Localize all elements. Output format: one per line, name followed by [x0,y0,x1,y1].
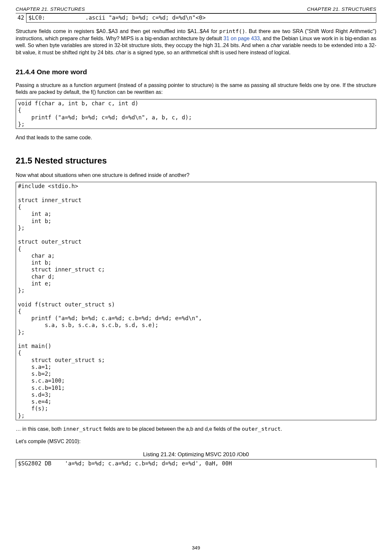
code-continuation-row: 42 $LC0: .ascii "a=%d; b=%d; c=%d; d=%d\… [16,13,376,22]
listing-caption: Listing 21.24: Optimizing MSVC 2010 /Ob0 [16,451,376,459]
italic-char: char [116,50,126,55]
text: … in this case, both [16,426,63,432]
page-number: 349 [0,545,392,551]
inline-code-outer-struct: outer_struct [242,426,281,432]
text: . [281,426,282,432]
header-left: CHAPTER 21. STRUCTURES [16,6,85,12]
xref-link[interactable]: 31 on page 433 [223,36,260,41]
leads-paragraph: And that leads to the same code. [16,134,376,141]
tail-paragraph-1: … in this case, both inner_struct fields… [16,425,376,433]
page: CHAPTER 21. STRUCTURES CHAPTER 21. STRUC… [0,0,392,555]
header-right: CHAPTER 21. STRUCTURES [307,6,376,12]
text: fields are to be placed between the a,b … [102,426,242,432]
text: is a signed type, so an arithmetical shi… [126,50,290,55]
tail-paragraph-2: Let's compile (MSVC 2010): [16,438,376,445]
running-header: CHAPTER 21. STRUCTURES CHAPTER 21. STRUC… [16,6,376,13]
intro-paragraph: Structure fields come in registers $A0..… [16,28,376,56]
section-paragraph: Now what about situations when one struc… [16,172,376,179]
text: Structure fields come in registers $A0..… [16,28,219,34]
code-block-msvc-listing: $SG2802 DB 'a=%d; b=%d; c.a=%d; c.b=%d; … [16,459,376,468]
subsection-paragraph: Passing a structure as a function argume… [16,82,376,96]
line-number: 42 [16,13,26,22]
subsection-heading: 21.4.4 One more word [16,67,376,77]
section-heading: 21.5 Nested structures [16,155,376,166]
italic-char: char [79,36,90,41]
code-block-asm-label: $LC0: .ascii "a=%d; b=%d; c=%d; d=%d\n"<… [26,13,376,22]
italic-char: char [271,43,281,48]
code-block-c-func: void f(char a, int b, char c, int d) { p… [16,99,376,129]
inline-code-printf: printf() [219,28,245,34]
inline-code-inner-struct: inner_struct [63,426,102,432]
text: fields. Why? MIPS is a big-endian archit… [90,36,223,41]
code-block-nested-structs: #include <stdio.h> struct inner_struct {… [16,182,376,420]
